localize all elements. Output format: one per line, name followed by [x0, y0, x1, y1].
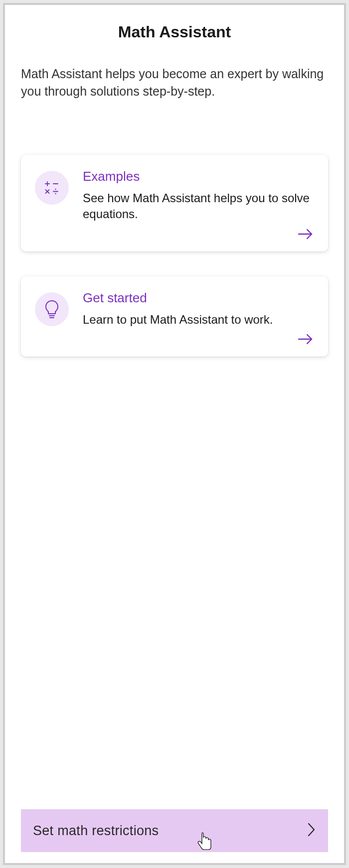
- intro-text: Math Assistant helps you become an exper…: [21, 65, 328, 100]
- chevron-right-icon: [307, 822, 316, 839]
- lightbulb-icon: [35, 292, 69, 326]
- bottom-bar-label: Set math restrictions: [33, 823, 159, 839]
- math-symbols-icon: [35, 171, 69, 205]
- card-content: Get started Learn to put Math Assistant …: [83, 290, 314, 328]
- page-title: Math Assistant: [21, 23, 328, 41]
- card-description: See how Math Assistant helps you to solv…: [83, 190, 314, 223]
- set-math-restrictions-button[interactable]: Set math restrictions: [21, 809, 328, 852]
- get-started-card[interactable]: Get started Learn to put Math Assistant …: [21, 276, 328, 357]
- card-body: Get started Learn to put Math Assistant …: [35, 290, 314, 328]
- svg-point-5: [55, 189, 56, 190]
- window-frame: Math Assistant Math Assistant helps you …: [3, 3, 346, 865]
- card-body: Examples See how Math Assistant helps yo…: [35, 169, 314, 223]
- card-title: Examples: [83, 169, 314, 184]
- math-assistant-panel: Math Assistant Math Assistant helps you …: [5, 5, 344, 863]
- pointer-cursor-icon: [197, 832, 212, 850]
- card-title: Get started: [83, 290, 314, 306]
- examples-card[interactable]: Examples See how Math Assistant helps yo…: [21, 155, 328, 251]
- card-content: Examples See how Math Assistant helps yo…: [83, 169, 314, 223]
- svg-point-7: [55, 193, 56, 194]
- arrow-right-icon: [35, 333, 314, 348]
- arrow-right-icon: [35, 228, 314, 243]
- card-description: Learn to put Math Assistant to work.: [83, 312, 314, 328]
